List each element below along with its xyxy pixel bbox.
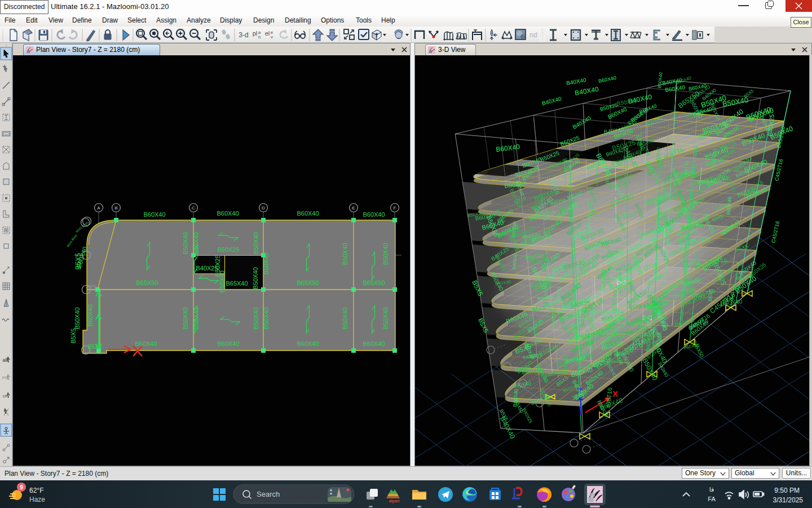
svg-text:B50X25: B50X25	[217, 246, 239, 253]
svg-text:Haze: Haze	[29, 496, 45, 503]
svg-text:B: B	[114, 205, 117, 211]
svg-text:B60X40: B60X40	[363, 211, 385, 218]
svg-text:B60X40: B60X40	[665, 84, 686, 93]
svg-text:B40X40: B40X40	[541, 95, 563, 107]
svg-text:B50X40: B50X40	[382, 243, 389, 265]
svg-text:B60X40: B60X40	[598, 75, 616, 84]
svg-text:B5X5: B5X5	[70, 234, 78, 241]
svg-text:B50X40: B50X40	[182, 307, 189, 329]
svg-text:B60X40: B60X40	[217, 210, 239, 217]
svg-text:v: v	[271, 34, 273, 40]
svg-text:B60X40: B60X40	[135, 340, 157, 347]
svg-text:B60X40: B60X40	[143, 211, 165, 218]
svg-text:el: el	[265, 30, 270, 37]
svg-text:B50X40: B50X40	[253, 232, 259, 254]
svg-text:B65X50: B65X50	[87, 285, 97, 288]
svg-text:B65X50: B65X50	[363, 279, 385, 286]
svg-text:B50X40: B50X40	[219, 270, 226, 292]
svg-text:B50X40: B50X40	[342, 307, 348, 329]
svg-text:E: E	[352, 205, 355, 211]
svg-text:فا: فا	[709, 486, 714, 493]
svg-text:3/31/2025: 3/31/2025	[773, 496, 804, 504]
svg-text:9: 9	[20, 484, 23, 491]
svg-text:B40X40: B40X40	[566, 77, 586, 86]
svg-text:B5X5: B5X5	[75, 226, 82, 233]
svg-text:B50X40: B50X40	[252, 267, 259, 289]
svg-text:C45/2T16: C45/2T16	[770, 221, 780, 244]
svg-text:nd: nd	[529, 31, 537, 39]
svg-text:B50X40: B50X40	[263, 252, 270, 274]
svg-text:alpari: alpari	[389, 499, 400, 503]
svg-text:B50X40: B50X40	[616, 98, 637, 107]
svg-text:B60X40: B60X40	[87, 304, 94, 326]
svg-text:B60X40: B60X40	[217, 340, 239, 347]
svg-text:Search: Search	[257, 490, 280, 498]
svg-text:B5X5: B5X5	[70, 329, 77, 344]
svg-text:B65X50: B65X50	[136, 279, 158, 286]
svg-text:B50X40: B50X40	[74, 307, 81, 329]
svg-text:all: all	[2, 357, 7, 363]
svg-text:B65X40: B65X40	[226, 280, 248, 287]
svg-text:pl: pl	[253, 30, 258, 37]
svg-text:B50X40: B50X40	[182, 232, 189, 254]
svg-text:FA: FA	[708, 496, 716, 502]
svg-text:9:50 PM: 9:50 PM	[774, 487, 800, 494]
svg-text:B60X40: B60X40	[297, 340, 319, 347]
svg-text:B50X40: B50X40	[253, 307, 259, 329]
svg-text:C: C	[192, 205, 195, 211]
svg-text:B50X40: B50X40	[263, 307, 270, 329]
svg-text:B50X40: B50X40	[382, 307, 389, 329]
svg-text:B40X40: B40X40	[657, 362, 669, 379]
svg-text:B65X50: B65X50	[297, 279, 319, 286]
svg-text:62°F: 62°F	[29, 487, 43, 494]
svg-text:F: F	[394, 205, 396, 211]
svg-text:B60X40: B60X40	[297, 210, 319, 217]
svg-text:B40X40: B40X40	[574, 85, 599, 97]
svg-text:A: A	[97, 205, 100, 211]
svg-text:B5X5: B5X5	[66, 240, 73, 248]
svg-text:n: n	[258, 34, 261, 40]
svg-text:B50X40: B50X40	[193, 232, 200, 254]
svg-text:clr: clr	[3, 393, 8, 398]
svg-text:B40X40: B40X40	[572, 115, 593, 130]
svg-text:B50X40: B50X40	[342, 243, 348, 265]
svg-text:B60X40: B60X40	[363, 340, 385, 347]
svg-text:3-d: 3-d	[239, 31, 248, 39]
svg-text:D: D	[262, 205, 265, 211]
